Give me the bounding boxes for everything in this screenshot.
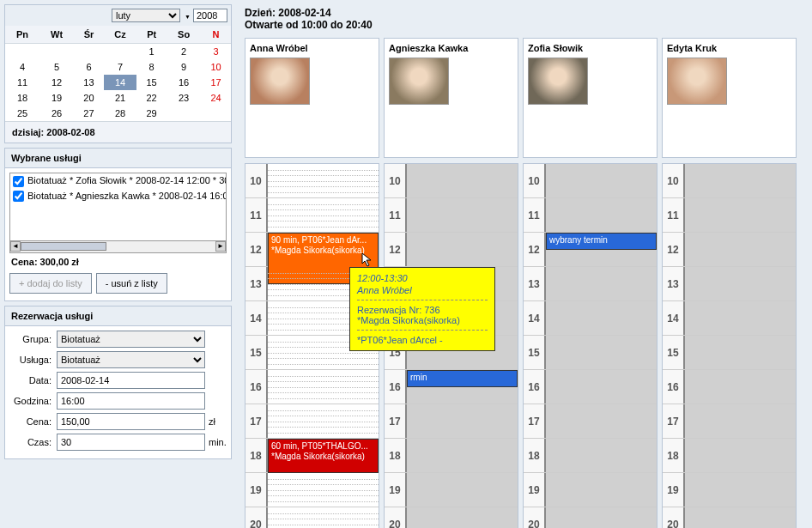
year-input[interactable] — [193, 9, 227, 22]
hour-slots[interactable] — [546, 198, 657, 232]
hour-slots[interactable] — [268, 473, 379, 507]
hour-slots[interactable] — [546, 439, 657, 472]
cal-day-cell[interactable]: 12 — [39, 75, 74, 90]
cal-day-cell[interactable]: 10 — [201, 59, 231, 75]
hour-slots[interactable] — [546, 267, 657, 300]
appointment-block[interactable]: wybrany termin — [546, 233, 657, 250]
hour-slots[interactable] — [546, 370, 657, 404]
month-select[interactable]: luty — [112, 9, 180, 22]
cal-day-cell[interactable]: 25 — [5, 106, 39, 121]
hour-slots[interactable] — [685, 370, 796, 404]
cal-day-cell[interactable]: 29 — [136, 106, 167, 121]
cal-day-cell[interactable]: 8 — [136, 59, 167, 75]
cal-day-cell[interactable]: 6 — [74, 59, 104, 75]
cal-day-cell[interactable]: 23 — [167, 90, 201, 106]
remove-from-list-button[interactable]: - usuń z listy — [96, 273, 167, 294]
price-input[interactable] — [57, 413, 205, 430]
hour-slots[interactable] — [685, 267, 796, 300]
scroll-right-icon[interactable]: ► — [215, 241, 226, 252]
date-input[interactable] — [57, 372, 205, 389]
cal-day-cell[interactable]: 7 — [104, 59, 136, 75]
cal-day-cell[interactable]: 19 — [39, 90, 74, 106]
staff-name: Zofia Słowik — [528, 43, 652, 53]
service-item[interactable]: Biotatuaż * Zofia Słowik * 2008-02-14 12… — [10, 173, 226, 189]
horizontal-scrollbar[interactable]: ◄ ► — [9, 241, 227, 253]
hour-slots[interactable] — [685, 404, 796, 438]
hour-slots[interactable] — [268, 198, 379, 232]
cal-day-cell[interactable]: 15 — [136, 75, 167, 90]
hour-row: 11 — [245, 198, 379, 233]
cal-day-cell[interactable]: 24 — [201, 90, 231, 106]
cal-day-cell[interactable]: 18 — [5, 90, 39, 106]
hour-slots[interactable]: wybrany termin — [546, 233, 657, 266]
scroll-thumb[interactable] — [21, 242, 106, 251]
hour-slots[interactable]: rmin — [407, 370, 518, 404]
cal-day-cell[interactable]: 11 — [5, 75, 39, 90]
add-to-list-button[interactable]: + dodaj do listy — [9, 273, 92, 294]
hour-slots[interactable] — [685, 507, 796, 528]
hour-slots[interactable] — [268, 164, 379, 197]
hour-slots[interactable] — [407, 233, 518, 266]
scroll-left-icon[interactable]: ◄ — [10, 241, 21, 252]
hour-slots[interactable] — [685, 233, 796, 266]
group-select[interactable]: Biotatuaż — [57, 331, 205, 348]
hour-slots[interactable] — [685, 198, 796, 232]
hour-slots[interactable] — [268, 404, 379, 438]
duration-input[interactable] — [57, 434, 205, 451]
hour-slots[interactable] — [546, 164, 657, 197]
hour-slots[interactable] — [685, 301, 796, 335]
cal-day-cell[interactable]: 20 — [74, 90, 104, 106]
hour-slots[interactable] — [407, 507, 518, 528]
cal-day-cell[interactable]: 28 — [104, 106, 136, 121]
hour-label: 20 — [245, 507, 268, 528]
hour-slots[interactable] — [407, 404, 518, 438]
cal-day-cell[interactable]: 5 — [39, 59, 74, 75]
cal-day-cell[interactable]: 26 — [39, 106, 74, 121]
cal-day-cell[interactable]: 4 — [5, 59, 39, 75]
hour-label: 10 — [385, 164, 407, 197]
hour-slots[interactable] — [407, 473, 518, 507]
cal-day-cell[interactable]: 27 — [74, 106, 104, 121]
cal-day-cell[interactable]: 9 — [167, 59, 201, 75]
appointment-block[interactable]: rmin — [407, 370, 518, 387]
cal-day-cell[interactable]: 16 — [167, 75, 201, 90]
cal-day-header: So — [167, 26, 201, 44]
hour-slots[interactable] — [685, 336, 796, 369]
cal-day-cell[interactable]: 2 — [167, 44, 201, 60]
staff-card[interactable]: Anna Wróbel — [245, 38, 379, 158]
cal-day-cell[interactable]: 3 — [201, 44, 231, 60]
appointment-block[interactable]: 60 min, PT05*THALGO...*Magda Sikorka(sik… — [268, 439, 379, 473]
hour-slots[interactable] — [685, 164, 796, 197]
hour-slots[interactable] — [268, 370, 379, 404]
hour-slots[interactable] — [407, 198, 518, 232]
hour-slots[interactable] — [407, 439, 518, 472]
service-select[interactable]: Biotatuaż — [57, 351, 205, 368]
hour-row: 18 — [385, 439, 518, 473]
staff-card[interactable]: Edyta Kruk — [662, 38, 797, 158]
cal-day-cell[interactable]: 21 — [104, 90, 136, 106]
service-list[interactable]: Biotatuaż * Zofia Słowik * 2008-02-14 12… — [9, 173, 227, 241]
hour-slots[interactable]: 60 min, PT05*THALGO...*Magda Sikorka(sik… — [268, 439, 379, 472]
cal-day-cell[interactable]: 14 — [104, 75, 136, 90]
time-input[interactable] — [57, 392, 205, 410]
hour-slots[interactable] — [546, 336, 657, 369]
service-checkbox[interactable] — [13, 176, 24, 187]
hour-slots[interactable] — [685, 439, 796, 472]
hour-label: 16 — [385, 370, 407, 404]
hour-slots[interactable] — [546, 404, 657, 438]
hour-slots[interactable] — [546, 473, 657, 507]
staff-card[interactable]: Zofia Słowik — [523, 38, 657, 158]
hour-slots[interactable] — [268, 507, 379, 528]
service-item[interactable]: Biotatuaż * Agnieszka Kawka * 2008-02-14… — [10, 189, 226, 204]
hour-slots[interactable] — [407, 164, 518, 197]
service-checkbox[interactable] — [13, 191, 24, 202]
hour-slots[interactable] — [546, 507, 657, 528]
cal-day-cell[interactable]: 13 — [74, 75, 104, 90]
cal-day-cell[interactable]: 22 — [136, 90, 167, 106]
staff-card[interactable]: Agnieszka Kawka — [384, 38, 518, 158]
hour-slots[interactable] — [546, 301, 657, 335]
cal-day-cell[interactable]: 17 — [201, 75, 231, 90]
hour-slots[interactable] — [685, 473, 796, 507]
cal-day-cell[interactable]: 1 — [136, 44, 167, 60]
hour-slots[interactable]: 90 min, PT06*Jean dAr...*Magda Sikorka(s… — [268, 233, 379, 266]
